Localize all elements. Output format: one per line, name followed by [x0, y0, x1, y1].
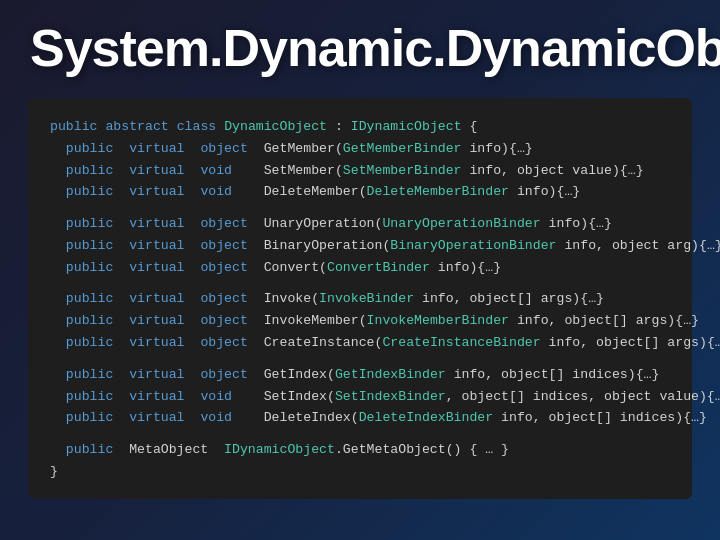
- page-title: System.Dynamic.DynamicObject: [0, 0, 720, 88]
- code-block: public abstract class DynamicObject : ID…: [28, 98, 692, 499]
